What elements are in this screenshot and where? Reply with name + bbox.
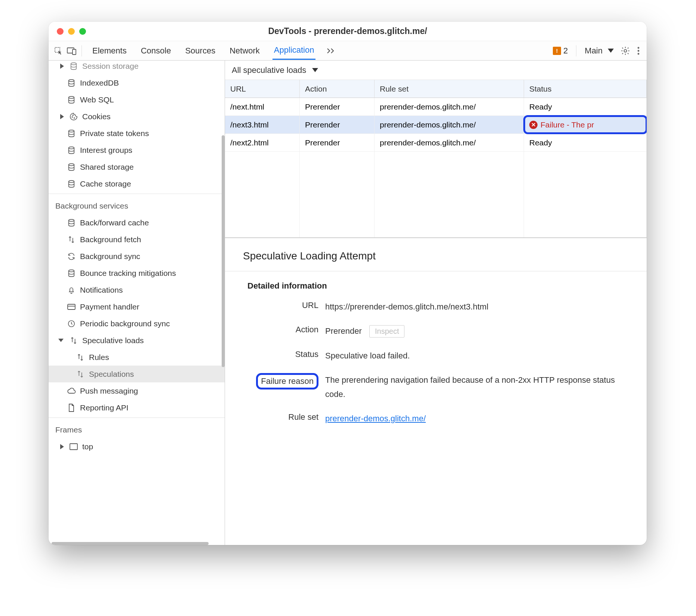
database-icon [67, 95, 76, 105]
detail-row-failure-reason: Failure reason The prerendering navigati… [247, 373, 632, 401]
inspect-button[interactable]: Inspect [369, 325, 404, 338]
sidebar-item-bounce-tracking[interactable]: Bounce tracking mitigations [49, 265, 225, 281]
detail-label: Action [247, 324, 318, 335]
database-icon [69, 61, 78, 71]
tab-network[interactable]: Network [228, 42, 261, 59]
close-window-button[interactable] [57, 28, 64, 35]
sidebar-item-label: Background fetch [80, 235, 141, 244]
detail-label: URL [247, 300, 318, 310]
sidebar-item-background-sync[interactable]: Background sync [49, 248, 225, 265]
tab-console[interactable]: Console [139, 42, 173, 59]
sync-icon [67, 252, 76, 261]
sidebar-item-label: Speculations [89, 370, 134, 379]
sidebar-item-bfcache[interactable]: Back/forward cache [49, 214, 225, 231]
maximize-window-button[interactable] [79, 28, 86, 35]
sidebar-item-cache-storage[interactable]: Cache storage [49, 175, 225, 192]
toolbar-right: ! 2 Main [553, 45, 642, 56]
details-heading: Detailed information [247, 281, 632, 291]
ruleset-link[interactable]: prerender-demos.glitch.me/ [325, 414, 426, 423]
toolbar-divider [81, 45, 82, 56]
sidebar-item-label: Cookies [82, 112, 111, 121]
sidebar-item-speculations[interactable]: Speculations [49, 366, 225, 382]
sidebar-item-label: Interest groups [80, 146, 132, 155]
cell-ruleset: prerender-demos.glitch.me/ [375, 134, 524, 151]
sidebar-item-label: top [82, 442, 93, 451]
sidebar-item-periodic-sync[interactable]: Periodic background sync [49, 315, 225, 332]
col-url[interactable]: URL [225, 80, 300, 98]
sidebar-item-label: Reporting API [80, 403, 129, 412]
filter-label: All speculative loads [232, 65, 306, 75]
sidebar-item-rules[interactable]: Rules [49, 349, 225, 366]
card-icon [67, 302, 76, 312]
arrows-icon [76, 352, 85, 362]
svg-point-14 [69, 147, 74, 149]
file-icon [67, 403, 76, 413]
sidebar-item-private-state-tokens[interactable]: Private state tokens [49, 125, 225, 142]
filter-dropdown[interactable]: All speculative loads [225, 61, 647, 80]
panel-body: Session storage IndexedDB Web SQL Cookie… [49, 61, 647, 545]
sidebar-item-background-fetch[interactable]: Background fetch [49, 231, 225, 248]
tab-application[interactable]: Application [272, 41, 316, 60]
more-menu-icon[interactable] [637, 47, 640, 55]
table-row[interactable]: /next.html Prerender prerender-demos.gli… [225, 98, 647, 116]
cell-status: Ready [524, 98, 647, 116]
table-row[interactable]: /next2.html Prerender prerender-demos.gl… [225, 134, 647, 152]
sidebar-scrollbar-horizontal[interactable] [52, 542, 209, 545]
database-icon [67, 162, 76, 172]
window-title: DevTools - prerender-demos.glitch.me/ [49, 26, 647, 36]
cell-url: /next3.html [225, 116, 300, 133]
sidebar-item-notifications[interactable]: Notifications [49, 281, 225, 298]
minimize-window-button[interactable] [68, 28, 75, 35]
sidebar-item-reporting-api[interactable]: Reporting API [49, 399, 225, 416]
svg-point-6 [638, 53, 640, 55]
tab-sources[interactable]: Sources [184, 42, 217, 59]
tab-elements[interactable]: Elements [91, 42, 128, 59]
sidebar-item-label: Private state tokens [80, 129, 149, 138]
sidebar-item-speculative-loads[interactable]: Speculative loads [49, 332, 225, 349]
svg-point-13 [69, 130, 74, 132]
chevron-down-icon [608, 49, 614, 53]
sidebar-item-shared-storage[interactable]: Shared storage [49, 158, 225, 175]
table-row[interactable]: /next3.html Prerender prerender-demos.gl… [225, 116, 647, 134]
toolbar-divider [576, 45, 576, 56]
sidebar-item-push-messaging[interactable]: Push messaging [49, 382, 225, 399]
svg-point-5 [638, 50, 640, 52]
detail-value: https://prerender-demos.glitch.me/next3.… [325, 300, 632, 314]
sidebar-item-websql[interactable]: Web SQL [49, 91, 225, 108]
database-icon [67, 218, 76, 228]
svg-point-3 [624, 49, 627, 52]
cell-url: /next.html [225, 98, 300, 116]
sidebar-item-label: Notifications [80, 286, 123, 295]
titlebar: DevTools - prerender-demos.glitch.me/ [49, 22, 647, 41]
sidebar-item-payment-handler[interactable]: Payment handler [49, 298, 225, 315]
sidebar-item-frame-top[interactable]: top [49, 438, 225, 455]
detail-value: Speculative load failed. [325, 349, 632, 363]
cell-ruleset: prerender-demos.glitch.me/ [375, 116, 524, 133]
col-status[interactable]: Status [524, 80, 647, 98]
sidebar-item-cookies[interactable]: Cookies [49, 108, 225, 125]
inspect-icon[interactable] [53, 46, 64, 56]
more-tabs-icon[interactable] [327, 48, 336, 54]
cookie-icon [69, 112, 78, 121]
disclosure-icon [60, 114, 64, 119]
sidebar-scrollbar-vertical[interactable] [222, 135, 225, 367]
database-icon [67, 179, 76, 189]
disclosure-icon [60, 64, 64, 69]
svg-rect-21 [70, 444, 77, 450]
device-toggle-icon[interactable] [67, 46, 77, 56]
sidebar-item-indexeddb[interactable]: IndexedDB [49, 74, 225, 91]
svg-point-4 [638, 47, 640, 49]
sidebar-item-session-storage[interactable]: Session storage [49, 61, 225, 74]
window-controls [57, 28, 86, 35]
settings-icon[interactable] [620, 46, 630, 56]
arrows-icon [67, 235, 76, 244]
target-dropdown[interactable]: Main [585, 46, 614, 56]
section-title: Speculative Loading Attempt [225, 238, 647, 271]
sidebar-item-label: Background sync [80, 252, 140, 261]
col-action[interactable]: Action [300, 80, 375, 98]
col-ruleset[interactable]: Rule set [375, 80, 524, 98]
issues-badge[interactable]: ! 2 [553, 46, 568, 56]
sidebar-item-interest-groups[interactable]: Interest groups [49, 142, 225, 158]
speculations-table: URL Action Rule set Status /next.html Pr… [225, 80, 647, 238]
devtools-window: DevTools - prerender-demos.glitch.me/ El… [49, 22, 647, 545]
